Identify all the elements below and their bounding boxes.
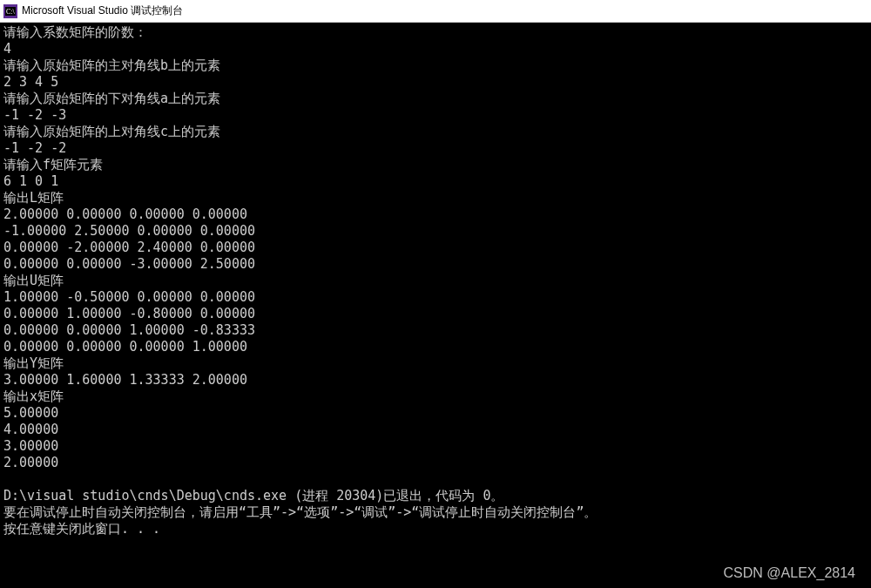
console-line: 3.00000 xyxy=(3,438,868,455)
console-line: 请输入系数矩阵的阶数： xyxy=(3,24,868,41)
console-line: 请输入原始矩阵的上对角线c上的元素 xyxy=(3,124,868,140)
console-line: 2.00000 xyxy=(3,455,868,471)
console-line: 按任意键关闭此窗口. . . xyxy=(3,521,868,537)
console-line: 1.00000 -0.50000 0.00000 0.00000 xyxy=(3,289,868,306)
console-output[interactable]: 请输入系数矩阵的阶数：4请输入原始矩阵的主对角线b上的元素2 3 4 5请输入原… xyxy=(0,23,871,588)
console-line: 2 3 4 5 xyxy=(3,74,868,91)
app-icon: C:\ xyxy=(3,4,17,18)
console-line: 请输入f矩阵元素 xyxy=(3,157,868,173)
watermark: CSDN @ALEX_2814 xyxy=(724,565,855,581)
console-line: 0.00000 1.00000 -0.80000 0.00000 xyxy=(3,306,868,322)
window-titlebar[interactable]: C:\ Microsoft Visual Studio 调试控制台 xyxy=(0,0,871,23)
console-line: 输出x矩阵 xyxy=(3,389,868,405)
console-line: 4 xyxy=(3,41,868,57)
console-line: 4.00000 xyxy=(3,422,868,438)
console-line: D:\visual studio\cnds\Debug\cnds.exe (进程… xyxy=(3,488,868,504)
console-line: 输出L矩阵 xyxy=(3,190,868,206)
svg-text:C:\: C:\ xyxy=(6,8,16,16)
console-line: 0.00000 0.00000 1.00000 -0.83333 xyxy=(3,322,868,339)
console-line: 0.00000 0.00000 0.00000 1.00000 xyxy=(3,339,868,355)
console-line: -1 -2 -3 xyxy=(3,107,868,124)
console-line: -1.00000 2.50000 0.00000 0.00000 xyxy=(3,223,868,240)
console-line: 输出U矩阵 xyxy=(3,273,868,289)
console-line: 要在调试停止时自动关闭控制台，请启用“工具”->“选项”->“调试”->“调试停… xyxy=(3,504,868,521)
console-line: 0.00000 0.00000 -3.00000 2.50000 xyxy=(3,256,868,273)
console-line: 2.00000 0.00000 0.00000 0.00000 xyxy=(3,206,868,223)
window-title: Microsoft Visual Studio 调试控制台 xyxy=(22,3,183,18)
console-line: -1 -2 -2 xyxy=(3,140,868,157)
console-line: 请输入原始矩阵的下对角线a上的元素 xyxy=(3,91,868,107)
console-line: 3.00000 1.60000 1.33333 2.00000 xyxy=(3,372,868,389)
console-line xyxy=(3,471,868,488)
console-line: 请输入原始矩阵的主对角线b上的元素 xyxy=(3,57,868,74)
console-line: 输出Y矩阵 xyxy=(3,355,868,372)
console-line: 0.00000 -2.00000 2.40000 0.00000 xyxy=(3,240,868,256)
console-line: 5.00000 xyxy=(3,405,868,422)
console-line: 6 1 0 1 xyxy=(3,173,868,190)
